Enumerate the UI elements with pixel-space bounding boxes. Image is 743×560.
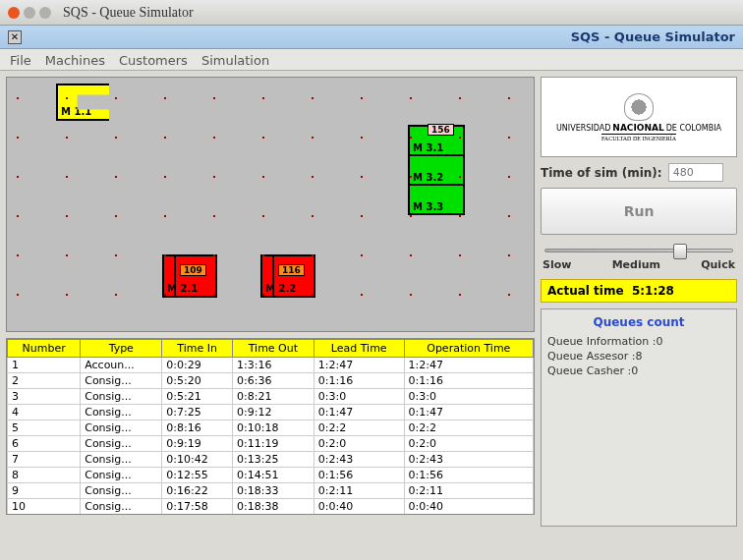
grid-dot: [410, 137, 412, 139]
grid-dot: [213, 176, 215, 178]
col-operation-time[interactable]: Operation Time: [404, 340, 533, 358]
menu-machines[interactable]: Machines: [45, 53, 105, 66]
grid-dot: [508, 215, 510, 217]
slider-quick-label: Quick: [701, 258, 735, 271]
grid-dot: [410, 97, 412, 99]
grid-dot: [213, 254, 215, 256]
grid-dot: [213, 294, 215, 296]
inner-close-icon[interactable]: ✕: [8, 30, 22, 44]
slider-medium-label: Medium: [612, 258, 660, 271]
grid-dot: [312, 137, 314, 139]
machine-label: M 3.3: [413, 201, 443, 212]
grid-dot: [361, 254, 363, 256]
grid-dot: [508, 137, 510, 139]
queue-assesor-value: 8: [636, 350, 643, 363]
grid-dot: [459, 97, 461, 99]
grid-dot: [312, 97, 314, 99]
university-logo: UNIVERSIDAD NACIONAL DE COLOMBIA FACULTA…: [541, 77, 737, 157]
results-table-wrap[interactable]: NumberTypeTime InTime OutLead TimeOperat…: [6, 338, 535, 515]
menu-file[interactable]: File: [10, 53, 31, 66]
queue-info-value: 0: [657, 335, 663, 348]
window-title: SQS - Queue Simulator: [63, 5, 194, 21]
grid-dot: [66, 254, 68, 256]
grid-dot: [66, 176, 68, 178]
machine-2-2[interactable]: 116 M 2.2: [260, 254, 315, 298]
queue-casher-value: 0: [631, 364, 638, 377]
table-row[interactable]: 11Consig...0:19:170:20:460:1:290:1:29: [8, 515, 534, 516]
machine-2-1[interactable]: 109 M 2.1: [162, 254, 217, 298]
grid-dot: [508, 294, 510, 296]
speed-slider[interactable]: Slow Medium Quick: [541, 241, 737, 273]
grid-dot: [262, 97, 264, 99]
table-row[interactable]: 4Consig...0:7:250:9:120:1:470:1:47: [8, 405, 534, 420]
col-time-in[interactable]: Time In: [162, 340, 233, 358]
grid-dot: [17, 294, 19, 296]
actual-time-value: 5:1:28: [632, 284, 674, 298]
grid-dot: [508, 176, 510, 178]
grid-dot: [508, 97, 510, 99]
table-row[interactable]: 6Consig...0:9:190:11:190:2:00:2:0: [8, 436, 534, 452]
sim-time-row: Time of sim (min):: [541, 163, 737, 182]
queues-title: Queues count: [547, 315, 730, 329]
table-row[interactable]: 7Consig...0:10:420:13:250:2:430:2:43: [8, 452, 534, 468]
col-time-out[interactable]: Time Out: [233, 340, 314, 358]
grid-dot: [361, 137, 363, 139]
table-row[interactable]: 10Consig...0:17:580:18:380:0:400:0:40: [8, 499, 534, 515]
run-button[interactable]: Run: [541, 188, 737, 235]
col-number[interactable]: Number: [8, 340, 81, 358]
ticket-109: 109: [180, 264, 206, 276]
grid-dot: [164, 294, 166, 296]
menu-simulation[interactable]: Simulation: [201, 53, 269, 66]
col-lead-time[interactable]: Lead Time: [314, 340, 404, 358]
grid-dot: [115, 215, 117, 217]
minimize-icon[interactable]: [24, 7, 35, 19]
slider-labels: Slow Medium Quick: [541, 258, 737, 271]
close-icon[interactable]: [8, 7, 20, 19]
grid-dot: [361, 215, 363, 217]
traffic-lights: [8, 7, 51, 19]
grid-dot: [164, 254, 166, 256]
grid-dot: [459, 254, 461, 256]
grid-dot: [312, 176, 314, 178]
grid-dot: [213, 215, 215, 217]
table-row[interactable]: 5Consig...0:8:160:10:180:2:20:2:2: [8, 420, 534, 436]
machine-3-2[interactable]: M 3.2: [408, 154, 465, 186]
grid-dot: [262, 294, 264, 296]
col-type[interactable]: Type: [81, 340, 162, 358]
grid-dot: [66, 294, 68, 296]
machine-label: M 2.1: [167, 283, 198, 294]
table-row[interactable]: 3Consig...0:5:210:8:210:3:00:3:0: [8, 389, 534, 405]
grid-dot: [361, 176, 363, 178]
machine-group-3: 156 M 3.1 M 3.2 M 3.3: [408, 127, 465, 215]
sim-time-input[interactable]: [668, 163, 723, 182]
grid-dot: [17, 176, 19, 178]
grid-dot: [115, 97, 117, 99]
grid-dot: [17, 215, 19, 217]
machine-1-1[interactable]: M 1.1: [56, 84, 109, 121]
table-row[interactable]: 1Accoun...0:0:291:3:161:2:471:2:47: [8, 358, 534, 373]
grid-dot: [164, 97, 166, 99]
grid-dot: [410, 254, 412, 256]
grid-dot: [164, 137, 166, 139]
grid-dot: [115, 254, 117, 256]
machine-label: M 3.2: [413, 172, 443, 183]
menu-customers[interactable]: Customers: [119, 53, 188, 66]
machine-3-3[interactable]: M 3.3: [408, 184, 465, 215]
table-row[interactable]: 2Consig...0:5:200:6:360:1:160:1:16: [8, 373, 534, 389]
grid-dot: [213, 137, 215, 139]
slider-thumb[interactable]: [673, 244, 687, 259]
grid-dot: [115, 176, 117, 178]
crest-icon: [624, 93, 654, 121]
grid-dot: [361, 97, 363, 99]
sim-time-label: Time of sim (min):: [541, 166, 662, 180]
table-row[interactable]: 9Consig...0:16:220:18:330:2:110:2:11: [8, 483, 534, 499]
table-row[interactable]: 8Consig...0:12:550:14:510:1:560:1:56: [8, 468, 534, 483]
grid-dot: [17, 137, 19, 139]
simulation-canvas[interactable]: M 1.1 156 M 3.1 M 3.2 M 3.3 109 M 2.1 11…: [6, 77, 535, 332]
maximize-icon[interactable]: [39, 7, 51, 19]
grid-dot: [508, 254, 510, 256]
grid-dot: [17, 97, 19, 99]
ticket-156: 156: [428, 124, 454, 136]
grid-dot: [66, 137, 68, 139]
slider-track[interactable]: [544, 249, 733, 252]
